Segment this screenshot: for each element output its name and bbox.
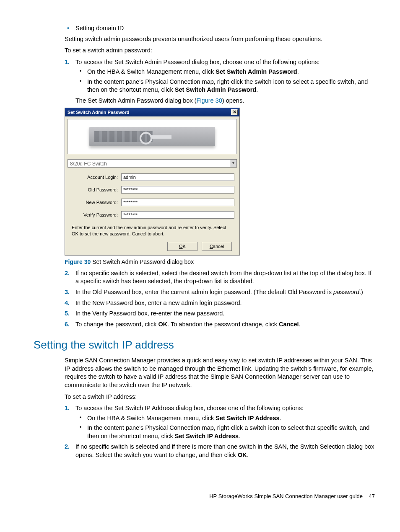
page-footer: HP StorageWorks Simple SAN Connection Ma… xyxy=(34,493,375,500)
step-item: If no specific switch is selected, selec… xyxy=(65,269,375,286)
steps-list-ip: To access the Set Switch IP Address dial… xyxy=(65,404,375,459)
text: .) xyxy=(359,289,363,295)
sub-bullet: On the HBA & Switch Management menu, cli… xyxy=(78,68,375,76)
new-password-input[interactable] xyxy=(121,199,234,206)
chevron-down-icon[interactable]: ▼ xyxy=(230,160,236,167)
bullet-item: Setting domain ID xyxy=(65,24,375,33)
paragraph: To set a switch IP address: xyxy=(65,393,375,401)
sub-bullet: In the content pane's Physical Connectio… xyxy=(78,78,375,94)
step-item: In the New Password box, enter a new adm… xyxy=(65,299,375,307)
step-item: If no specific switch is selected and if… xyxy=(65,443,375,459)
menu-name: Set Switch IP Address xyxy=(216,415,279,421)
text: On the HBA & Switch Management menu, cli… xyxy=(87,68,216,75)
text: . xyxy=(239,433,240,439)
dialog-set-switch-admin-password: Set Switch Admin Password ✕ 8/20q FC Swi… xyxy=(65,108,240,256)
label-account-login: Account Login: xyxy=(70,174,121,181)
footer-text: HP StorageWorks Simple SAN Connection Ma… xyxy=(209,493,363,499)
dialog-titlebar: Set Switch Admin Password ✕ xyxy=(65,108,239,117)
text: O xyxy=(179,244,183,249)
text: . To abandon the password change, click xyxy=(167,321,279,328)
button-name: OK xyxy=(238,452,247,458)
text: The Set Switch Admin Password dialog box… xyxy=(75,97,197,104)
text: To access the Set Switch Admin Password … xyxy=(75,59,319,65)
steps-list-cont: If no specific switch is selected, selec… xyxy=(65,269,375,328)
text: . xyxy=(299,321,301,328)
switch-dropdown[interactable]: 8/20q FC Switch ▼ xyxy=(68,159,237,168)
figure-label: Figure 30 xyxy=(65,258,91,265)
paragraph: Setting switch admin passwords prevents … xyxy=(65,35,375,44)
text: In the New Password box, enter a new adm… xyxy=(75,300,242,306)
text: If no specific switch is selected, selec… xyxy=(75,270,371,285)
dialog-instructions: Enter the current and the new admin pass… xyxy=(70,224,234,241)
text: . xyxy=(256,86,258,93)
key-icon xyxy=(140,129,173,144)
step-item: In the Verify Password box, re-enter the… xyxy=(65,310,375,318)
text: ) opens. xyxy=(222,97,244,104)
dialog-title: Set Switch Admin Password xyxy=(68,109,130,116)
text: Setting domain ID xyxy=(75,25,124,31)
old-password-input[interactable] xyxy=(121,186,234,194)
menu-name: Set Switch Admin Password xyxy=(216,68,297,75)
label-new-password: New Password: xyxy=(70,199,121,206)
ok-button[interactable]: OK xyxy=(167,242,197,251)
bullet-list: Setting domain ID xyxy=(65,24,375,33)
menu-name: Set Switch Admin Password xyxy=(175,86,256,93)
figure-link[interactable]: Figure 30 xyxy=(197,97,222,104)
text: On the HBA & Switch Management menu, cli… xyxy=(87,415,216,421)
verify-password-input[interactable] xyxy=(121,211,234,219)
paragraph: To set a switch admin password: xyxy=(65,46,375,55)
paragraph: Simple SAN Connection Manager provides a… xyxy=(65,356,375,389)
text: To change the password, click xyxy=(75,321,158,328)
text: C xyxy=(210,244,213,249)
step-item: To access the Set Switch Admin Password … xyxy=(65,58,375,105)
text: In the Verify Password box, re-enter the… xyxy=(75,310,224,317)
text: The Set Switch Admin Password dialog box… xyxy=(75,97,375,105)
text: If no specific switch is selected and if… xyxy=(75,443,374,458)
step-item: In the Old Password box, enter the curre… xyxy=(65,288,375,297)
text: In the Old Password box, enter the curre… xyxy=(75,289,333,295)
text: ancel xyxy=(213,244,224,249)
account-login-input[interactable] xyxy=(121,173,234,181)
text: . xyxy=(247,452,249,458)
menu-name: Set Switch IP Address xyxy=(175,433,239,439)
sub-bullet: On the HBA & Switch Management menu, cli… xyxy=(78,414,375,423)
switch-image xyxy=(89,127,215,146)
label-verify-password: Verify Password: xyxy=(70,212,121,218)
dropdown-value: 8/20q FC Switch xyxy=(68,160,230,167)
text-italic: password xyxy=(333,289,359,295)
sub-bullet: In the content pane's Physical Connectio… xyxy=(78,424,375,440)
label-old-password: Old Password: xyxy=(70,187,121,193)
page-number: 47 xyxy=(369,493,375,499)
text: . xyxy=(280,415,281,421)
steps-list: To access the Set Switch Admin Password … xyxy=(65,58,375,105)
step-item: To change the password, click OK. To aba… xyxy=(65,320,375,329)
text: K xyxy=(183,244,186,249)
figure-caption: Figure 30 Set Switch Admin Password dial… xyxy=(65,258,375,266)
dialog-graphic xyxy=(68,119,237,154)
text: Set Switch Admin Password dialog box xyxy=(91,258,194,265)
cancel-button[interactable]: Cancel xyxy=(202,242,232,251)
close-icon[interactable]: ✕ xyxy=(231,109,238,115)
section-heading: Setting the switch IP address xyxy=(34,338,375,352)
step-item: To access the Set Switch IP Address dial… xyxy=(65,404,375,440)
text: To access the Set Switch IP Address dial… xyxy=(75,405,304,411)
button-name: OK xyxy=(158,321,167,328)
button-name: Cancel xyxy=(279,321,299,328)
text: . xyxy=(297,68,299,75)
